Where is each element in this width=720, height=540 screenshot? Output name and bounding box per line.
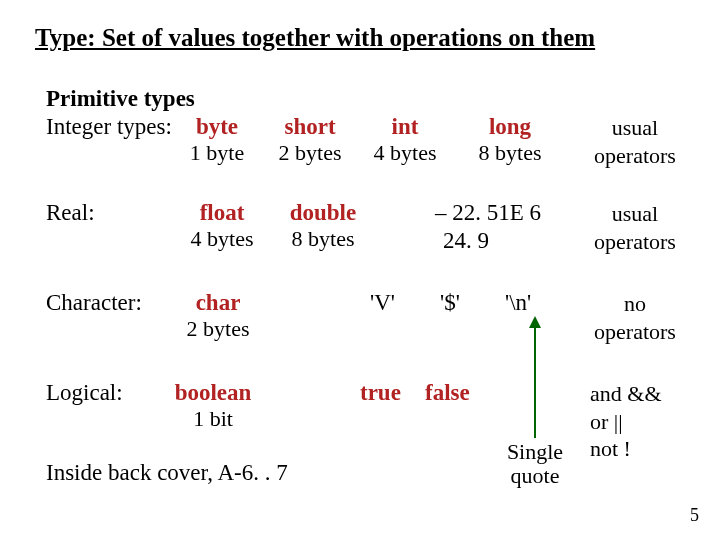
note-line1: Single bbox=[507, 439, 563, 464]
size-long: 8 bytes bbox=[470, 140, 550, 166]
type-char: char bbox=[178, 290, 258, 316]
char-example-dollar: '$' bbox=[440, 290, 460, 316]
character-operators: no operators bbox=[580, 290, 690, 345]
integer-ops-line1: usual bbox=[612, 115, 658, 140]
type-long: long bbox=[470, 114, 550, 140]
size-byte: 1 byte bbox=[182, 140, 252, 166]
size-int: 4 bytes bbox=[365, 140, 445, 166]
logical-ops-line3: not ! bbox=[590, 436, 631, 461]
single-quote-note: Single quote bbox=[490, 440, 580, 488]
note-line2: quote bbox=[511, 463, 560, 488]
col-long: long 8 bytes bbox=[470, 114, 550, 166]
slide-title: Type: Set of values together with operat… bbox=[35, 24, 595, 52]
type-byte: byte bbox=[182, 114, 252, 140]
logical-operators: and && or || not ! bbox=[590, 380, 680, 463]
size-short: 2 bytes bbox=[270, 140, 350, 166]
size-double: 8 bytes bbox=[278, 226, 368, 252]
arrow-icon bbox=[534, 318, 536, 438]
integer-ops-line2: operators bbox=[594, 143, 676, 168]
logical-ops-line2: or || bbox=[590, 409, 623, 434]
size-char: 2 bytes bbox=[178, 316, 258, 342]
logical-label: Logical: bbox=[46, 380, 123, 406]
integer-label: Integer types: bbox=[46, 114, 172, 140]
col-char: char 2 bytes bbox=[178, 290, 258, 342]
real-example1: – 22. 51E 6 bbox=[435, 200, 541, 226]
bool-true: true bbox=[360, 380, 401, 406]
char-example-newline: '\n' bbox=[505, 290, 531, 316]
page-number: 5 bbox=[690, 505, 699, 526]
char-example-v: 'V' bbox=[370, 290, 395, 316]
real-ops-line1: usual bbox=[612, 201, 658, 226]
size-boolean: 1 bit bbox=[168, 406, 258, 432]
integer-operators: usual operators bbox=[580, 114, 690, 169]
type-int: int bbox=[365, 114, 445, 140]
real-example2: 24. 9 bbox=[443, 228, 489, 254]
type-double: double bbox=[278, 200, 368, 226]
real-label: Real: bbox=[46, 200, 95, 226]
bool-false: false bbox=[425, 380, 470, 406]
col-double: double 8 bytes bbox=[278, 200, 368, 252]
col-float: float 4 bytes bbox=[182, 200, 262, 252]
col-boolean: boolean 1 bit bbox=[168, 380, 258, 432]
type-float: float bbox=[182, 200, 262, 226]
col-byte: byte 1 byte bbox=[182, 114, 252, 166]
type-short: short bbox=[270, 114, 350, 140]
primitive-types-heading: Primitive types bbox=[46, 86, 195, 112]
footer-text: Inside back cover, A-6. . 7 bbox=[46, 460, 288, 486]
real-ops-line2: operators bbox=[594, 229, 676, 254]
real-operators: usual operators bbox=[580, 200, 690, 255]
logical-ops-line1: and && bbox=[590, 381, 662, 406]
char-ops-line2: operators bbox=[594, 319, 676, 344]
char-ops-line1: no bbox=[624, 291, 646, 316]
size-float: 4 bytes bbox=[182, 226, 262, 252]
slide: Type: Set of values together with operat… bbox=[0, 0, 720, 540]
type-boolean: boolean bbox=[168, 380, 258, 406]
col-short: short 2 bytes bbox=[270, 114, 350, 166]
col-int: int 4 bytes bbox=[365, 114, 445, 166]
character-label: Character: bbox=[46, 290, 142, 316]
